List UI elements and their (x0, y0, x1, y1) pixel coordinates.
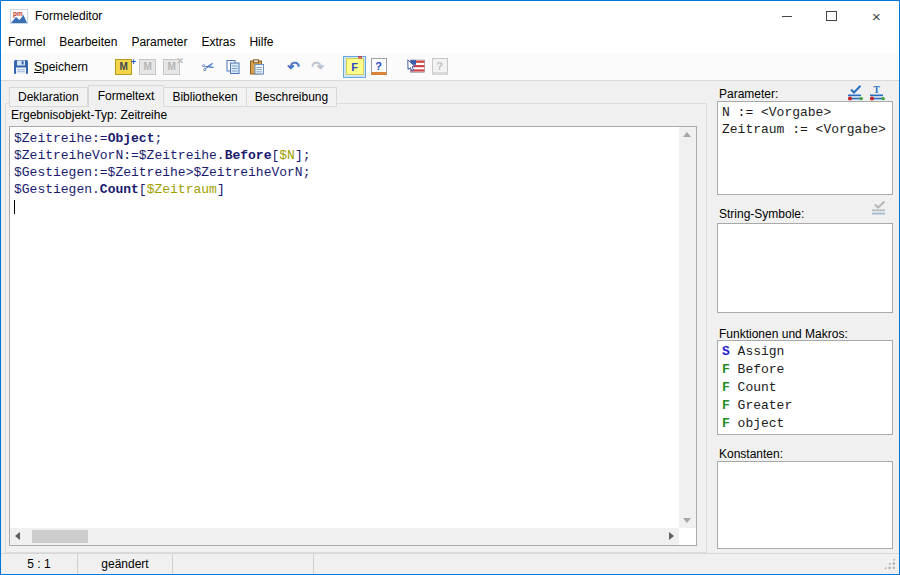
menu-item-parameter[interactable]: Parameter (124, 31, 194, 52)
question-mark-icon-disabled: ? (432, 58, 448, 75)
statusbar: 5 : 1 geändert (1, 553, 899, 574)
scissors-icon: ✂ (200, 56, 217, 77)
code-line: $Gestiegen:=$Zeitreihe>$ZeitreiheVorN; (14, 164, 676, 181)
document-state-status: geändert (78, 557, 172, 571)
check-edit-icon (847, 85, 864, 101)
tab-strip: DeklarationFormeltextBibliothekenBeschre… (9, 85, 337, 107)
floppy-disk-icon (13, 59, 29, 75)
statusbar-divider (172, 554, 173, 575)
menu-item-extras[interactable]: Extras (194, 31, 242, 52)
undo-button[interactable]: ↶ (282, 56, 305, 78)
function-item[interactable]: F Greater (718, 397, 892, 415)
undo-icon: ↶ (287, 58, 300, 76)
window-controls: × (764, 1, 899, 31)
menu-item-bearbeiten[interactable]: Bearbeiten (52, 31, 124, 52)
macro-delete-button: M✕ (160, 56, 183, 78)
flag-icon (407, 59, 425, 74)
save-button-label: Speichern (34, 60, 88, 74)
function-quote-icon: F" (346, 58, 364, 75)
close-icon: × (872, 9, 881, 24)
code-line: $Zeitreihe:=Object; (14, 130, 676, 147)
macro-edit-button: M (136, 56, 159, 78)
tab-deklaration[interactable]: Deklaration (9, 87, 88, 107)
string-symbols-edit-button (871, 201, 888, 216)
text-caret (14, 200, 15, 214)
scroll-left-icon[interactable] (15, 532, 20, 540)
functions-listbox[interactable]: S AssignF BeforeF CountF GreaterF object (717, 340, 893, 435)
cut-button[interactable]: ✂ (197, 56, 220, 78)
string-symbols-listbox[interactable] (717, 223, 893, 313)
cursor-position-status: 5 : 1 (1, 557, 77, 571)
save-button[interactable]: Speichern (13, 59, 88, 75)
function-item[interactable]: F Before (718, 361, 892, 379)
function-help-button[interactable]: ? (367, 56, 390, 78)
tab-bibliotheken[interactable]: Bibliotheken (164, 87, 246, 107)
edit-parameter-type-button[interactable]: T (869, 85, 886, 101)
formula-editor[interactable]: $Zeitreihe:=Object;$ZeitreiheVorN:=$Zeit… (9, 126, 697, 546)
paste-button[interactable] (245, 56, 268, 78)
menu-item-hilfe[interactable]: Hilfe (242, 31, 280, 52)
parameter-item[interactable]: N := <Vorgabe> (722, 104, 888, 121)
menubar: FormelBearbeitenParameterExtrasHilfe (1, 31, 899, 53)
functions-label: Funktionen und Makros: (719, 327, 848, 341)
redo-icon-disabled: ↷ (311, 58, 324, 76)
macro-icon-disabled: M (139, 59, 156, 75)
tab-beschreibung[interactable]: Beschreibung (247, 87, 337, 107)
formula-code[interactable]: $Zeitreihe:=Object;$ZeitreiheVorN:=$Zeit… (14, 130, 676, 525)
function-item[interactable]: F object (718, 415, 892, 433)
window-title: Formeleditor (35, 9, 102, 23)
macro-plus-icon: M+ (115, 59, 132, 75)
formeleditor-window: pm Formeleditor × FormelBearbeitenParame… (0, 0, 900, 575)
paste-icon (249, 59, 265, 75)
maximize-button[interactable] (809, 1, 854, 31)
code-line (14, 198, 676, 215)
function-item[interactable]: S Assign (718, 343, 892, 361)
horizontal-scroll-thumb[interactable] (32, 530, 88, 543)
scroll-up-icon[interactable] (683, 132, 691, 137)
copy-button[interactable] (221, 56, 244, 78)
scroll-right-icon[interactable] (669, 532, 674, 540)
result-type-label: Ergebnisobjekt-Typ: Zeitreihe (11, 108, 167, 122)
redo-button: ↷ (306, 56, 329, 78)
function-item[interactable]: F Count (718, 379, 892, 397)
toolbar: Speichern M+ M M✕ ✂ ↶ (1, 53, 899, 81)
svg-text:T: T (874, 85, 881, 95)
language-flag-button[interactable] (404, 56, 427, 78)
type-edit-icon: T (869, 85, 886, 101)
minimize-icon (782, 16, 792, 17)
copy-icon (225, 59, 241, 75)
parameter-label: Parameter: (719, 87, 778, 101)
minimize-button[interactable] (764, 1, 809, 31)
code-line: $Gestiegen.Count[$Zeitraum] (14, 181, 676, 198)
macro-delete-icon-disabled: M✕ (163, 59, 180, 75)
code-line: $ZeitreiheVorN:=$Zeitreihe.Before[$N]; (14, 147, 676, 164)
menu-item-formel[interactable]: Formel (1, 31, 52, 52)
constants-label: Konstanten: (719, 447, 783, 461)
editor-horizontal-scrollbar[interactable] (10, 528, 679, 545)
check-edit-icon-disabled (871, 201, 888, 216)
editor-vertical-scrollbar[interactable] (679, 127, 696, 528)
titlebar: pm Formeleditor × (1, 1, 899, 31)
app-icon: pm (10, 9, 28, 24)
svg-text:pm: pm (13, 9, 23, 17)
string-symbols-label: String-Symbole: (719, 207, 804, 221)
insert-macro-button[interactable]: M+ (112, 56, 135, 78)
constants-listbox[interactable] (717, 461, 893, 549)
edit-parameter-value-button[interactable] (847, 85, 864, 101)
maximize-icon (826, 11, 837, 21)
statusbar-divider (313, 554, 314, 575)
tab-formeltext[interactable]: Formeltext (88, 85, 165, 107)
scroll-down-icon[interactable] (683, 518, 691, 523)
parameter-list: N := <Vorgabe>Zeitraum := <Vorgabe> (718, 102, 892, 140)
close-button[interactable]: × (854, 1, 899, 31)
functions-list: S AssignF BeforeF CountF GreaterF object (718, 341, 892, 433)
question-mark-icon: ? (371, 58, 387, 75)
context-help-button: ? (428, 56, 451, 78)
insert-function-toggle[interactable]: F" (343, 56, 366, 78)
parameter-listbox[interactable]: N := <Vorgabe>Zeitraum := <Vorgabe> (717, 101, 893, 195)
parameter-item[interactable]: Zeitraum := <Vorgabe> (722, 121, 888, 138)
